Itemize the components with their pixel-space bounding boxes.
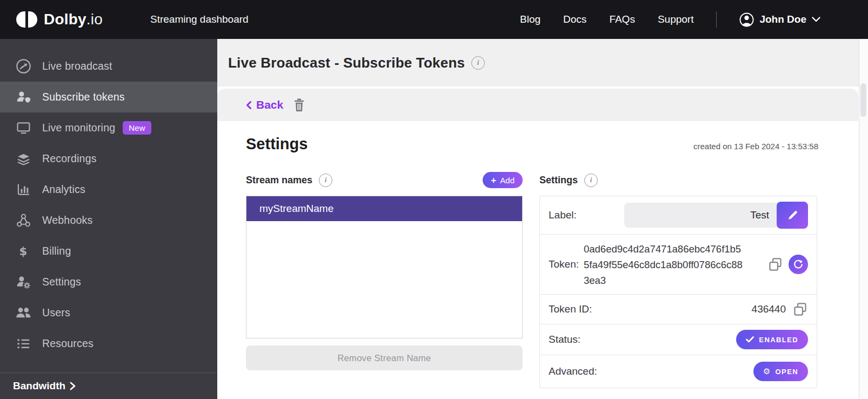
nav-link-faqs[interactable]: FAQs <box>609 14 635 25</box>
sidebar-item-settings[interactable]: Settings <box>0 267 217 297</box>
sidebar-item-resources[interactable]: Resources <box>0 328 217 359</box>
vertical-scrollbar[interactable] <box>859 39 868 399</box>
stream-name-item[interactable]: myStreamName <box>246 196 522 221</box>
webhooks-icon <box>14 212 32 229</box>
sidebar-item-label: Analytics <box>42 183 85 196</box>
sidebar-item-label: Live monitoring <box>42 122 115 134</box>
advanced-name: Advanced: <box>549 365 597 377</box>
sidebar-item-recordings[interactable]: Recordings <box>0 143 217 174</box>
sidebar: Live broadcast Subscribe tokens Live mon… <box>0 39 217 399</box>
live-monitoring-icon <box>14 119 32 136</box>
brand-suffix: .io <box>86 11 103 28</box>
copy-icon <box>792 302 808 317</box>
page-info-icon[interactable]: i <box>471 56 485 70</box>
back-toolbar: Back <box>217 89 858 121</box>
sidebar-item-label: Live broadcast <box>42 60 112 72</box>
token-settings-card: Label: Token: <box>539 196 817 388</box>
copy-token-id-button[interactable] <box>792 302 808 317</box>
sidebar-item-live-monitoring[interactable]: Live monitoring New <box>0 112 217 143</box>
top-navbar: Dolby.io Streaming dashboard Blog Docs F… <box>0 0 868 39</box>
chevron-down-icon <box>812 17 820 22</box>
section-title: Settings <box>246 135 308 153</box>
status-enabled-toggle[interactable]: ENABLED <box>736 330 808 349</box>
nav-link-docs[interactable]: Docs <box>563 14 586 25</box>
user-name: John Doe <box>759 14 806 25</box>
sidebar-item-subscribe-tokens[interactable]: Subscribe tokens <box>0 82 217 112</box>
page-title: Live Broadcast - Subscribe Tokens <box>228 55 465 71</box>
label-row: Label: <box>540 196 817 235</box>
trash-icon <box>293 98 305 112</box>
copy-icon <box>767 257 783 272</box>
nav-link-blog[interactable]: Blog <box>520 14 540 25</box>
chevron-right-icon <box>70 382 76 390</box>
regenerate-token-button[interactable] <box>789 255 808 274</box>
stream-names-section: Stream names i + Add myStreamName Remove… <box>246 171 523 388</box>
status-value: ENABLED <box>759 336 798 344</box>
settings-heading-row: Settings created on 13 Feb 2024 - 13:53:… <box>246 135 818 153</box>
sidebar-item-label: Resources <box>42 337 94 350</box>
copy-token-button[interactable] <box>767 257 783 272</box>
sidebar-item-analytics[interactable]: Analytics <box>0 174 217 205</box>
token-settings-label: Settings <box>539 175 578 186</box>
page-titlebar: Live Broadcast - Subscribe Tokens i <box>217 39 859 87</box>
token-id-value: 436440 <box>752 303 786 315</box>
chevron-left-icon <box>246 101 252 110</box>
nav-link-support[interactable]: Support <box>658 14 694 25</box>
back-button[interactable]: Back <box>246 98 283 111</box>
brand-text: Dolby.io <box>44 11 103 28</box>
sidebar-item-users[interactable]: Users <box>0 297 217 328</box>
scrollbar-thumb[interactable] <box>860 83 866 117</box>
recordings-icon <box>14 150 32 167</box>
advanced-open-button[interactable]: ⚙ OPEN <box>753 362 808 381</box>
status-name: Status: <box>549 334 580 345</box>
gears-icon: ⚙ <box>763 367 770 376</box>
brand-name: Dolby <box>44 11 86 28</box>
sidebar-footer-bandwidth[interactable]: Bandwidth <box>0 373 217 399</box>
label-input[interactable] <box>624 203 778 228</box>
sidebar-item-live-broadcast[interactable]: Live broadcast <box>0 51 217 82</box>
add-stream-button[interactable]: + Add <box>483 172 523 188</box>
settings-person-gear-icon <box>14 274 32 290</box>
sidebar-list: Live broadcast Subscribe tokens Live mon… <box>0 39 217 359</box>
add-label: Add <box>500 176 515 185</box>
token-value: 0ad6ed9c4d2a7471a86ebc476f1b5 5fa49f55e4… <box>584 241 758 288</box>
nav-divider <box>716 11 717 28</box>
resources-list-icon <box>14 335 32 352</box>
app-title: Streaming dashboard <box>150 14 249 25</box>
bandwidth-label: Bandwidth <box>13 380 65 392</box>
pencil-icon <box>787 210 798 221</box>
sidebar-item-label: Settings <box>42 276 81 288</box>
dolby-logo[interactable]: Dolby.io <box>16 11 103 28</box>
advanced-value: OPEN <box>776 368 798 376</box>
plus-icon: + <box>491 176 496 185</box>
refresh-icon <box>793 259 804 270</box>
users-icon <box>14 304 32 321</box>
sidebar-item-label: Billing <box>42 245 71 257</box>
sidebar-item-webhooks[interactable]: Webhooks <box>0 205 217 236</box>
remove-stream-button[interactable]: Remove Stream Name <box>246 345 523 370</box>
subscribe-tokens-icon <box>14 89 32 105</box>
new-badge: New <box>123 121 151 135</box>
delete-token-button[interactable] <box>292 97 306 113</box>
analytics-icon <box>14 181 32 198</box>
sidebar-item-billing[interactable]: $ Billing <box>0 236 217 267</box>
sidebar-item-label: Subscribe tokens <box>42 91 125 103</box>
user-menu[interactable]: John Doe <box>739 12 820 27</box>
label-row-name: Label: <box>549 209 577 221</box>
stream-names-list: myStreamName <box>246 196 523 338</box>
edit-label-button[interactable] <box>777 202 808 229</box>
dollar-icon: $ <box>14 245 32 258</box>
status-row: Status: ENABLED <box>540 324 817 355</box>
sidebar-item-label: Webhooks <box>42 214 92 227</box>
stream-names-info-icon[interactable]: i <box>319 174 332 187</box>
token-settings-section: Settings i Label: <box>539 171 817 388</box>
token-row: Token: 0ad6ed9c4d2a7471a86ebc476f1b5 5fa… <box>540 235 817 295</box>
token-id-row: Token ID: 436440 <box>540 295 817 324</box>
main-pane: Live Broadcast - Subscribe Tokens i Back… <box>217 39 868 399</box>
avatar-icon <box>739 12 754 27</box>
token-id-name: Token ID: <box>549 303 592 315</box>
token-row-name: Token: <box>549 258 579 270</box>
live-broadcast-icon <box>14 58 32 75</box>
dolby-double-d-icon <box>16 11 37 28</box>
token-settings-info-icon[interactable]: i <box>584 174 598 187</box>
